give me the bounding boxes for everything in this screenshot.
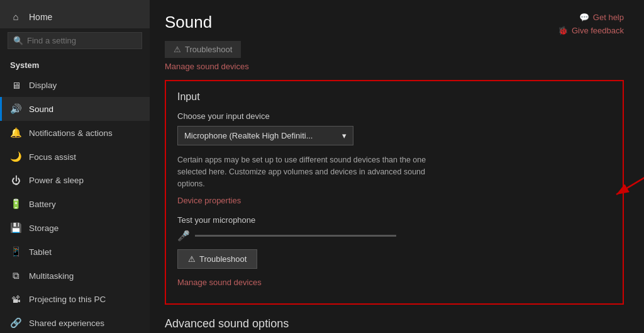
dropdown-value: Microphone (Realtek High Definiti...: [184, 131, 313, 140]
manage-link-input[interactable]: Manage sound devices: [177, 278, 611, 287]
sidebar-item-sound[interactable]: 🔊 Sound: [0, 97, 150, 121]
sidebar-item-projecting[interactable]: 📽 Projecting to this PC: [0, 288, 150, 311]
top-right-links: 💬 Get help 🐞 Give feedback: [558, 13, 624, 35]
sidebar-item-label: Shared experiences: [29, 319, 104, 328]
input-device-dropdown[interactable]: Microphone (Realtek High Definiti... ▾: [177, 126, 353, 145]
sidebar-item-shared[interactable]: 🔗 Shared experiences: [0, 311, 150, 333]
sidebar-item-storage[interactable]: 💾 Storage: [0, 216, 150, 240]
focus-icon: 🌙: [10, 151, 21, 162]
sidebar-item-focus[interactable]: 🌙 Focus assist: [0, 145, 150, 169]
sidebar-item-label: Sound: [29, 104, 53, 114]
warning-icon: ⚠: [174, 45, 181, 54]
sidebar-item-power[interactable]: ⏻ Power & sleep: [0, 169, 150, 192]
get-help-link[interactable]: 💬 Get help: [579, 13, 624, 22]
mic-level-bar: [195, 235, 396, 237]
search-box[interactable]: 🔍: [8, 32, 142, 49]
sidebar-item-display[interactable]: 🖥 Display: [0, 74, 150, 97]
give-feedback-link[interactable]: 🐞 Give feedback: [558, 26, 624, 35]
partial-troubleshoot-btn[interactable]: ⚠ Troubleshoot: [165, 41, 241, 58]
projecting-icon: 📽: [10, 294, 21, 305]
sidebar-item-notifications[interactable]: 🔔 Notifications & actions: [0, 121, 150, 145]
sidebar-item-label: Notifications & actions: [29, 128, 113, 138]
feedback-icon: 🐞: [558, 26, 568, 35]
main-content: 💬 Get help 🐞 Give feedback Sound ⚠ Troub…: [150, 0, 644, 333]
top-partial-area: ⚠ Troubleshoot: [165, 41, 624, 58]
sidebar-item-label: Projecting to this PC: [29, 295, 106, 304]
warning-icon: ⚠: [188, 254, 196, 264]
sidebar-item-label: Battery: [29, 200, 56, 209]
input-device-label: Choose your input device: [177, 111, 611, 121]
sidebar-item-battery[interactable]: 🔋 Battery: [0, 192, 150, 216]
power-icon: ⏻: [10, 175, 21, 186]
sidebar-item-label: Display: [29, 81, 57, 90]
sound-icon: 🔊: [10, 103, 21, 115]
system-label: System: [0, 55, 150, 74]
help-icon: 💬: [579, 13, 589, 22]
input-section-title: Input: [177, 91, 611, 103]
input-section: Input Choose your input device Microphon…: [165, 80, 624, 305]
home-icon: ⌂: [10, 11, 21, 22]
storage-icon: 💾: [10, 222, 21, 234]
search-input[interactable]: [27, 36, 136, 45]
sidebar-item-label: Multitasking: [29, 271, 74, 281]
sidebar-item-label: Focus assist: [29, 152, 76, 162]
sidebar: ⌂ Home 🔍 System 🖥 Display 🔊 Sound 🔔 Noti…: [0, 0, 150, 333]
battery-icon: 🔋: [10, 198, 21, 210]
sidebar-item-label: Storage: [29, 223, 58, 233]
sidebar-item-multitasking[interactable]: ⧉ Multitasking: [0, 264, 150, 288]
troubleshoot-button[interactable]: ⚠ Troubleshoot: [177, 249, 257, 269]
sidebar-home-label: Home: [29, 12, 52, 22]
input-description: Certain apps may be set up to use differ…: [177, 154, 454, 189]
sidebar-item-label: Power & sleep: [29, 176, 84, 185]
sidebar-home[interactable]: ⌂ Home: [0, 0, 150, 28]
manage-link-top[interactable]: Manage sound devices: [165, 62, 624, 71]
sidebar-item-tablet[interactable]: 📱 Tablet: [0, 240, 150, 264]
multitasking-icon: ⧉: [10, 270, 21, 281]
page-title: Sound: [165, 13, 624, 32]
chevron-down-icon: ▾: [342, 131, 347, 140]
device-properties-link[interactable]: Device properties: [177, 196, 611, 205]
mic-bar-row: 🎤: [177, 230, 611, 242]
notifications-icon: 🔔: [10, 127, 21, 138]
display-icon: 🖥: [10, 80, 21, 91]
test-mic-label: Test your microphone: [177, 215, 611, 225]
sidebar-item-label: Tablet: [29, 247, 52, 257]
search-icon: 🔍: [13, 36, 23, 45]
mic-icon: 🎤: [177, 230, 190, 242]
shared-icon: 🔗: [10, 317, 21, 329]
advanced-section-title: Advanced sound options: [165, 317, 624, 330]
svg-line-1: [616, 138, 644, 195]
tablet-icon: 📱: [10, 246, 21, 257]
